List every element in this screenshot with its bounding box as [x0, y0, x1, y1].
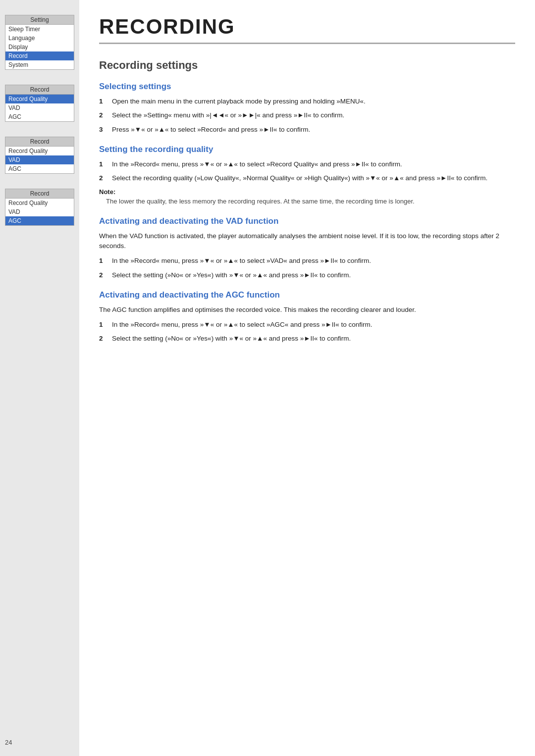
menu-item-display[interactable]: Display — [5, 43, 74, 51]
menu-item-record-quality[interactable]: Record Quality — [5, 147, 74, 155]
subsection-title-vad-function: Activating and deactivating the VAD func… — [99, 216, 515, 226]
menu-item-vad[interactable]: VAD — [5, 155, 74, 164]
menu-header-setting-menu: Setting — [5, 15, 74, 25]
menu-item-system[interactable]: System — [5, 60, 74, 69]
menu-item-sleep-timer[interactable]: Sleep Timer — [5, 25, 74, 34]
menu-box-record-menu-1: RecordRecord QualityVADAGC — [5, 85, 74, 122]
step-text: Select the setting (»No« or »Yes«) with … — [112, 270, 515, 280]
step-item: 2Select the »Setting« menu with »|◄◄« or… — [99, 110, 515, 120]
sidebar: SettingSleep TimerLanguageDisplayRecordS… — [0, 0, 79, 756]
step-number: 2 — [99, 270, 109, 280]
subsection-intro-vad-function: When the VAD function is activated, the … — [99, 231, 515, 252]
menu-item-agc[interactable]: AGC — [5, 164, 74, 173]
step-item: 1In the »Record« menu, press »▼« or »▲« … — [99, 320, 515, 330]
note-label: Note: — [99, 188, 515, 196]
step-text: Select the »Setting« menu with »|◄◄« or … — [112, 110, 515, 120]
step-number: 2 — [99, 334, 109, 344]
menu-item-vad[interactable]: VAD — [5, 207, 74, 216]
main-content: RECORDING Recording settings Selecting s… — [79, 0, 535, 756]
step-number: 2 — [99, 173, 109, 183]
page-number: 24 — [5, 739, 12, 746]
menu-item-agc[interactable]: AGC — [5, 216, 74, 225]
subsection-title-setting-recording-quality: Setting the recording quality — [99, 145, 515, 154]
menu-item-language[interactable]: Language — [5, 34, 74, 43]
step-number: 3 — [99, 125, 109, 135]
step-item: 2Select the recording quality (»Low Qual… — [99, 173, 515, 183]
step-text: Open the main menu in the current playba… — [112, 97, 515, 106]
step-item: 1In the »Record« menu, press »▼« or »▲« … — [99, 256, 515, 266]
subsection-vad-function: Activating and deactivating the VAD func… — [99, 216, 515, 280]
step-number: 1 — [99, 320, 109, 330]
subsection-setting-recording-quality: Setting the recording quality1In the »Re… — [99, 145, 515, 206]
subsection-title-selecting-settings: Selecting settings — [99, 82, 515, 92]
menu-item-record-quality[interactable]: Record Quality — [5, 95, 74, 103]
menu-header-record-menu-2: Record — [5, 137, 74, 147]
step-text: In the »Record« menu, press »▼« or »▲« t… — [112, 159, 515, 169]
step-number: 1 — [99, 159, 109, 169]
menu-box-record-menu-2: RecordRecord QualityVADAGC — [5, 137, 74, 174]
step-text: In the »Record« menu, press »▼« or »▲« t… — [112, 256, 515, 266]
step-text: In the »Record« menu, press »▼« or »▲« t… — [112, 320, 515, 330]
menu-header-record-menu-1: Record — [5, 85, 74, 95]
subsection-selecting-settings: Selecting settings1Open the main menu in… — [99, 82, 515, 135]
step-list-vad-function: 1In the »Record« menu, press »▼« or »▲« … — [99, 256, 515, 280]
step-list-selecting-settings: 1Open the main menu in the current playb… — [99, 97, 515, 135]
step-number: 1 — [99, 97, 109, 106]
step-text: Select the setting (»No« or »Yes«) with … — [112, 334, 515, 344]
menu-box-record-menu-3: RecordRecord QualityVADAGC — [5, 189, 74, 226]
step-number: 2 — [99, 110, 109, 120]
step-text: Press »▼« or »▲« to select »Record« and … — [112, 125, 515, 135]
menu-item-record-quality[interactable]: Record Quality — [5, 199, 74, 207]
section-title: Recording settings — [99, 59, 515, 72]
subsection-agc-function: Activating and deactivating the AGC func… — [99, 290, 515, 344]
menu-item-agc[interactable]: AGC — [5, 112, 74, 121]
step-item: 3Press »▼« or »▲« to select »Record« and… — [99, 125, 515, 135]
menu-box-setting-menu: SettingSleep TimerLanguageDisplayRecordS… — [5, 15, 74, 70]
step-item: 2Select the setting (»No« or »Yes«) with… — [99, 270, 515, 280]
step-list-setting-recording-quality: 1In the »Record« menu, press »▼« or »▲« … — [99, 159, 515, 184]
step-item: 1Open the main menu in the current playb… — [99, 97, 515, 106]
step-item: 1In the »Record« menu, press »▼« or »▲« … — [99, 159, 515, 169]
menu-item-record[interactable]: Record — [5, 51, 74, 60]
step-item: 2Select the setting (»No« or »Yes«) with… — [99, 334, 515, 344]
step-number: 1 — [99, 256, 109, 266]
page-title: RECORDING — [99, 15, 515, 44]
menu-item-vad[interactable]: VAD — [5, 103, 74, 112]
menu-header-record-menu-3: Record — [5, 189, 74, 199]
step-list-agc-function: 1In the »Record« menu, press »▼« or »▲« … — [99, 320, 515, 344]
subsection-intro-agc-function: The AGC function amplifies and optimises… — [99, 305, 515, 315]
subsection-title-agc-function: Activating and deactivating the AGC func… — [99, 290, 515, 300]
step-text: Select the recording quality (»Low Quali… — [112, 173, 515, 183]
note-text: The lower the quality, the less memory t… — [99, 197, 515, 206]
